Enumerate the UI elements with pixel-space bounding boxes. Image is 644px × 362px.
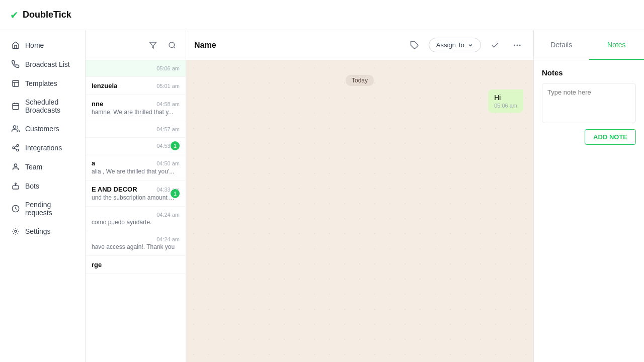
- message-bubble: Hi 05:06 am: [196, 89, 523, 113]
- notes-body: Notes ADD NOTE: [534, 60, 644, 362]
- conversation-list-item[interactable]: a 04:50 am alia , We are thrilled that y…: [86, 154, 186, 180]
- logo-icon: ✔: [10, 9, 19, 21]
- notes-section-title: Notes: [542, 68, 636, 77]
- search-button[interactable]: [165, 38, 180, 53]
- home-icon: [11, 41, 20, 50]
- conv-item-top: 04:53 am: [92, 143, 180, 149]
- svg-rect-3: [13, 104, 19, 110]
- sidebar-item-templates[interactable]: Templates: [3, 74, 82, 93]
- sidebar-item-label: Home: [25, 41, 44, 49]
- svg-point-8: [17, 144, 19, 146]
- sidebar-item-home[interactable]: Home: [3, 36, 82, 54]
- svg-point-25: [517, 44, 518, 46]
- svg-point-21: [169, 42, 175, 48]
- conv-item-time: 05:06 am: [156, 65, 180, 71]
- conv-item-preview: und the subscription amount ...: [92, 194, 180, 201]
- main-layout: Home Broadcast List Templates Scheduled …: [0, 30, 644, 362]
- conversation-list-item[interactable]: 04:57 am: [86, 121, 186, 138]
- svg-rect-14: [13, 186, 19, 189]
- conv-item-name: a: [92, 159, 95, 167]
- notes-panel: DetailsNotes Notes ADD NOTE: [533, 30, 644, 362]
- sidebar-item-label: Scheduled Broadcasts: [25, 98, 74, 114]
- conversation-list-item[interactable]: 04:53 am 1: [86, 138, 186, 154]
- sidebar-item-broadcast-list[interactable]: Broadcast List: [3, 55, 82, 73]
- sidebar-item-label: Broadcast List: [25, 60, 70, 68]
- assign-to-button[interactable]: Assign To: [429, 38, 481, 52]
- sidebar-item-settings[interactable]: Settings: [3, 222, 82, 240]
- conversation-list-item[interactable]: 04:24 am como puedo ayudarte.: [86, 207, 186, 231]
- conv-item-top: 04:24 am: [92, 236, 180, 242]
- conv-header: [86, 30, 186, 60]
- conv-item-preview: hamne, We are thrilled that y...: [92, 109, 180, 116]
- sidebar-item-label: Settings: [25, 227, 51, 235]
- conversation-list-item[interactable]: E AND DECOR 04:33 am und the subscriptio…: [86, 180, 186, 207]
- app-name: DoubleTick: [23, 10, 71, 20]
- chat-header: Name Assign To: [186, 30, 533, 60]
- conv-item-badge: 1: [171, 141, 180, 150]
- conv-item-top: 05:06 am: [92, 65, 180, 71]
- conversation-list-item[interactable]: lenzuela 05:01 am: [86, 77, 186, 95]
- conv-item-time: 05:01 am: [156, 83, 180, 89]
- notes-tabs: DetailsNotes: [534, 30, 644, 60]
- check-button[interactable]: [487, 37, 503, 53]
- conv-item-time: 04:24 am: [156, 212, 180, 218]
- conv-item-time: 04:50 am: [156, 160, 180, 166]
- sidebar-item-pending-requests[interactable]: Pending requests: [3, 196, 82, 221]
- svg-point-13: [14, 164, 17, 166]
- conv-item-top: nne 04:58 am: [92, 100, 180, 108]
- pending-requests-icon: [11, 204, 20, 213]
- svg-marker-20: [149, 42, 156, 48]
- chat-area: Name Assign To Today: [186, 30, 533, 362]
- svg-line-22: [174, 47, 175, 48]
- customers-icon: [11, 124, 20, 133]
- settings-icon: [11, 227, 20, 236]
- bubble-content: Hi 05:06 am: [488, 89, 523, 113]
- sidebar-item-label: Integrations: [25, 144, 62, 152]
- notes-textarea[interactable]: [542, 83, 636, 123]
- team-icon: [11, 162, 20, 171]
- sidebar-item-integrations[interactable]: Integrations: [3, 139, 82, 157]
- svg-point-9: [13, 147, 15, 149]
- conv-item-time: 04:24 am: [156, 236, 180, 242]
- more-options-button[interactable]: [509, 37, 525, 53]
- topbar: ✔ DoubleTick: [0, 0, 644, 30]
- tab-details[interactable]: Details: [534, 30, 589, 60]
- svg-point-26: [519, 44, 521, 46]
- templates-icon: [11, 79, 20, 88]
- sidebar-item-scheduled-broadcasts[interactable]: Scheduled Broadcasts: [3, 94, 82, 119]
- conv-item-preview: como puedo ayudarte.: [92, 219, 180, 226]
- svg-point-15: [15, 183, 17, 185]
- sidebar-item-label: Templates: [25, 79, 57, 87]
- sidebar-item-bots[interactable]: Bots: [3, 177, 82, 195]
- add-note-button[interactable]: ADD NOTE: [585, 129, 636, 145]
- sidebar-item-label: Pending requests: [25, 201, 74, 217]
- tag-button[interactable]: [407, 37, 423, 53]
- message-text: Hi: [494, 94, 517, 102]
- filter-button[interactable]: [145, 38, 160, 53]
- conv-item-top: rge: [92, 261, 180, 268]
- conversation-list-item[interactable]: 05:06 am: [86, 60, 186, 77]
- svg-point-10: [17, 149, 19, 151]
- sidebar-item-customers[interactable]: Customers: [3, 120, 82, 138]
- sidebar-item-team[interactable]: Team: [3, 158, 82, 176]
- conv-item-name: nne: [92, 100, 103, 108]
- conv-item-time: 04:58 am: [156, 101, 180, 107]
- conv-item-top: E AND DECOR 04:33 am: [92, 186, 180, 193]
- conversation-list-item[interactable]: rge: [86, 256, 186, 274]
- tab-notes[interactable]: Notes: [589, 30, 645, 60]
- svg-point-24: [514, 44, 515, 46]
- conv-item-top: 04:57 am: [92, 126, 180, 132]
- conv-item-name: lenzuela: [92, 82, 117, 89]
- conv-item-preview: alia , We are thrilled that you'...: [92, 168, 180, 175]
- integrations-icon: [11, 143, 20, 152]
- scheduled-broadcasts-icon: [11, 102, 20, 111]
- chat-body: Today Hi 05:06 am: [186, 60, 533, 362]
- conv-item-badge: 1: [171, 189, 180, 198]
- conv-item-top: 04:24 am: [92, 212, 180, 218]
- svg-line-12: [15, 146, 17, 147]
- conversation-list: 05:06 am lenzuela 05:01 am nne 04:58 am …: [86, 60, 186, 362]
- conv-item-preview: have access again!. Thank you: [92, 243, 180, 250]
- conversation-list-item[interactable]: nne 04:58 am hamne, We are thrilled that…: [86, 95, 186, 121]
- conversation-list-item[interactable]: 04:24 am have access again!. Thank you: [86, 231, 186, 256]
- sidebar-item-label: Customers: [25, 125, 59, 133]
